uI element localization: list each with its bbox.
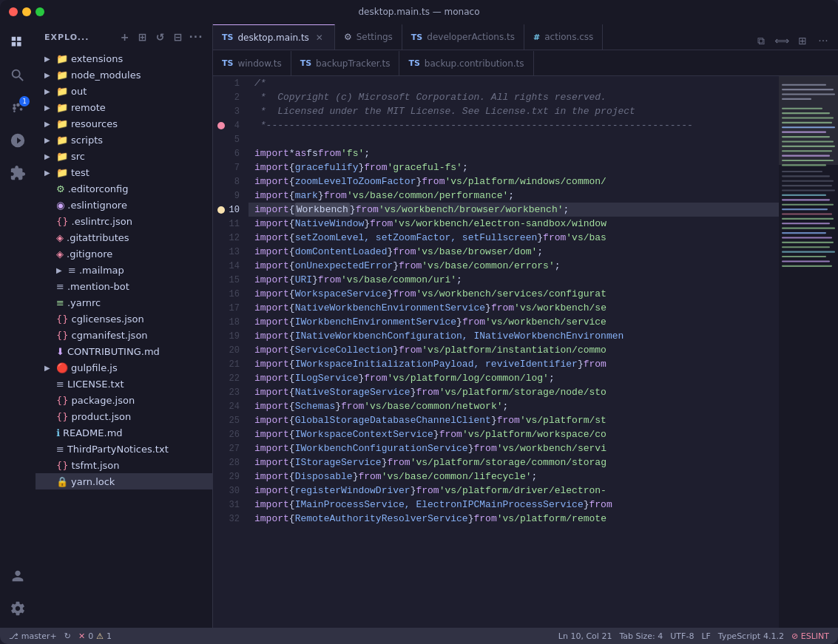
new-file-button[interactable]: + bbox=[118, 30, 132, 44]
tab-label: developerActions.ts bbox=[427, 32, 515, 42]
tab-actions-css[interactable]: # actions.css bbox=[524, 24, 603, 50]
line-num-31: 31 bbox=[213, 498, 249, 512]
tab-close-button[interactable]: ✕ bbox=[314, 32, 325, 44]
gitattributes-icon: ◈ bbox=[56, 232, 64, 243]
new-folder-button[interactable]: ⊞ bbox=[135, 30, 150, 44]
code-line-26: import { IWorkspaceContextService } from… bbox=[249, 427, 779, 441]
activity-search[interactable] bbox=[4, 62, 31, 89]
tree-item-yarnlock[interactable]: ▶ 🔒 yarn.lock bbox=[36, 473, 212, 489]
more-tab-actions-button[interactable]: ··· bbox=[814, 32, 832, 50]
tab-window-ts[interactable]: TS window.ts bbox=[213, 51, 291, 75]
tree-item-gulpfile[interactable]: ▶ 🔴 gulpfile.js bbox=[36, 359, 212, 376]
tree-item-mentionbot[interactable]: ▶ ≡ .mention-bot bbox=[36, 278, 212, 294]
tab-settings[interactable]: ⚙ Settings bbox=[335, 24, 402, 50]
tree-label: ThirdPartyNotices.txt bbox=[67, 444, 169, 455]
status-left: ⎇ master+ ↻ ✕ 0 ⚠ 1 bbox=[6, 631, 115, 641]
maximize-button[interactable] bbox=[36, 7, 44, 16]
toggle-diff-button[interactable]: ⟺ bbox=[773, 32, 791, 50]
tab-backup-contribution[interactable]: TS backup.contribution.ts bbox=[399, 51, 533, 75]
activity-settings[interactable] bbox=[4, 595, 31, 622]
error-count: 0 bbox=[88, 631, 93, 641]
tree-item-resources[interactable]: ▶ 📁 resources bbox=[36, 115, 212, 132]
folder-icon: 📁 bbox=[56, 70, 68, 81]
status-language[interactable]: TypeScript 4.1.2 bbox=[715, 631, 787, 641]
tree-label: gulpfile.js bbox=[71, 362, 118, 373]
sidebar-header: EXPLO... + ⊞ ↺ ⊟ ··· bbox=[36, 24, 212, 50]
tab-desktop-main[interactable]: TS desktop.main.ts ✕ bbox=[213, 24, 335, 50]
tree-item-yarnrc[interactable]: ▶ ≡ .yarnrc bbox=[36, 294, 212, 311]
tree-item-package[interactable]: ▶ {} package.json bbox=[36, 392, 212, 408]
tree-item-extensions[interactable]: ▶ 📁 extensions bbox=[36, 50, 212, 67]
secondary-tab-bar: TS window.ts TS backupTracker.ts TS back… bbox=[213, 50, 838, 76]
activity-source-control[interactable]: 1 bbox=[4, 95, 31, 121]
status-encoding[interactable]: UTF-8 bbox=[667, 631, 697, 641]
encoding: UTF-8 bbox=[670, 631, 694, 641]
code-line-16: import { WorkspaceService } from 'vs/wor… bbox=[249, 287, 779, 301]
tree-item-src[interactable]: ▶ 📁 src bbox=[36, 148, 212, 164]
split-editor-button[interactable]: ⧉ bbox=[752, 32, 770, 50]
svg-rect-24 bbox=[782, 199, 830, 200]
warning-indicator bbox=[217, 206, 225, 214]
tree-item-out[interactable]: ▶ 📁 out bbox=[36, 83, 212, 99]
tree-item-gitignore[interactable]: ▶ ◈ .gitignore bbox=[36, 245, 212, 262]
code-editor[interactable]: /* * Copyright (c) Microsoft Corporation… bbox=[249, 76, 779, 628]
tsfmt-icon: {} bbox=[56, 460, 69, 471]
tab-backup-tracker[interactable]: TS backupTracker.ts bbox=[291, 51, 400, 75]
eslintignore-icon: ◉ bbox=[56, 200, 64, 211]
close-button[interactable] bbox=[9, 7, 18, 16]
tree-item-cglicenses[interactable]: ▶ {} cglicenses.json bbox=[36, 311, 212, 327]
tree-item-gitattributes[interactable]: ▶ ◈ .gitattributes bbox=[36, 229, 212, 245]
tree-arrow: ▶ bbox=[44, 364, 53, 372]
titlebar: desktop.main.ts — monaco bbox=[0, 0, 838, 24]
tree-label: .eslintrc.json bbox=[72, 216, 132, 227]
minimize-button[interactable] bbox=[22, 7, 31, 16]
line-num-5: 5 bbox=[213, 132, 249, 146]
tree-item-scripts[interactable]: ▶ 📁 scripts bbox=[36, 132, 212, 148]
more-actions-button[interactable]: ··· bbox=[189, 30, 203, 44]
tree-item-license[interactable]: ▶ ≡ LICENSE.txt bbox=[36, 376, 212, 392]
status-tab-size[interactable]: Tab Size: 4 bbox=[616, 631, 666, 641]
status-eol[interactable]: LF bbox=[698, 631, 713, 641]
sync-icon: ↻ bbox=[64, 631, 71, 641]
tree-item-contributing[interactable]: ▶ ⬇ CONTRIBUTING.md bbox=[36, 343, 212, 359]
tree-item-eslintrc[interactable]: ▶ {} .eslintrc.json bbox=[36, 213, 212, 229]
line-num-9: 9 bbox=[213, 189, 249, 203]
collapse-all-button[interactable]: ⊟ bbox=[171, 30, 186, 44]
status-cursor-position[interactable]: Ln 10, Col 21 bbox=[555, 631, 615, 641]
status-errors[interactable]: ✕ 0 ⚠ 1 bbox=[75, 631, 115, 641]
tree-item-remote[interactable]: ▶ 📁 remote bbox=[36, 99, 212, 115]
tree-arrow: ▶ bbox=[44, 152, 53, 160]
minimap[interactable] bbox=[779, 76, 838, 628]
tree-item-thirdparty[interactable]: ▶ ≡ ThirdPartyNotices.txt bbox=[36, 441, 212, 457]
tree-item-mailmap[interactable]: ▶ ▶ ≡ .mailmap bbox=[36, 262, 212, 278]
status-sync[interactable]: ↻ bbox=[61, 631, 74, 641]
svg-rect-19 bbox=[782, 175, 830, 177]
tree-expand-mailmap[interactable]: ▶ bbox=[56, 266, 65, 274]
tab-developer-actions[interactable]: TS developerActions.ts bbox=[402, 24, 524, 50]
tree-item-eslintignore[interactable]: ▶ ◉ .eslintignore bbox=[36, 197, 212, 213]
gulpfile-icon: 🔴 bbox=[56, 362, 68, 373]
activity-explorer[interactable] bbox=[4, 30, 31, 56]
activity-run[interactable] bbox=[4, 127, 31, 154]
toggle-panel-button[interactable]: ⊞ bbox=[794, 32, 811, 50]
tree-arrow: ▶ bbox=[44, 87, 53, 95]
status-eslint[interactable]: ⊘ ESLINT bbox=[788, 631, 832, 641]
minimap-slider[interactable] bbox=[779, 76, 838, 165]
line-num-13: 13 bbox=[213, 245, 249, 259]
tree-item-tsfmt[interactable]: ▶ {} tsfmt.json bbox=[36, 457, 212, 473]
tree-item-test[interactable]: ▶ 📁 test bbox=[36, 164, 212, 180]
activity-account[interactable] bbox=[4, 563, 31, 589]
license-icon: ≡ bbox=[56, 379, 64, 390]
tree-item-cgmanifest[interactable]: ▶ {} cgmanifest.json bbox=[36, 327, 212, 343]
tree-item-product[interactable]: ▶ {} product.json bbox=[36, 408, 212, 424]
tree-item-node-modules[interactable]: ▶ 📁 node_modules bbox=[36, 67, 212, 83]
line-num-22: 22 bbox=[213, 371, 249, 385]
tree-label: CONTRIBUTING.md bbox=[67, 346, 160, 357]
tree-item-readme[interactable]: ▶ ℹ README.md bbox=[36, 424, 212, 441]
line-num-8: 8 bbox=[213, 174, 249, 189]
status-branch[interactable]: ⎇ master+ bbox=[6, 631, 60, 641]
refresh-button[interactable]: ↺ bbox=[153, 30, 168, 44]
tree-item-editorconfig[interactable]: ▶ ⚙ .editorconfig bbox=[36, 180, 212, 197]
activity-extensions[interactable] bbox=[4, 160, 31, 186]
tree-label: .mention-bot bbox=[67, 281, 129, 292]
